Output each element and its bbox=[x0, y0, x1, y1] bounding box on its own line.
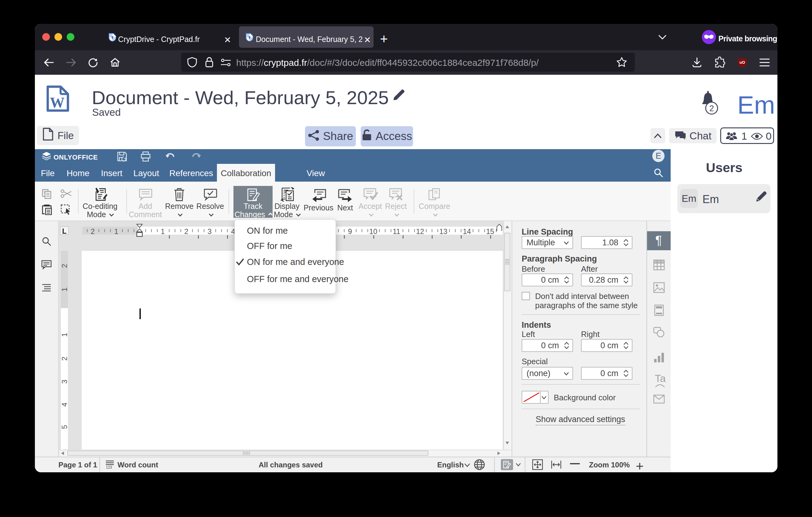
svg-text:W: W bbox=[50, 94, 64, 111]
svg-text:123: 123 bbox=[106, 465, 112, 469]
svg-text:uO: uO bbox=[740, 60, 745, 65]
